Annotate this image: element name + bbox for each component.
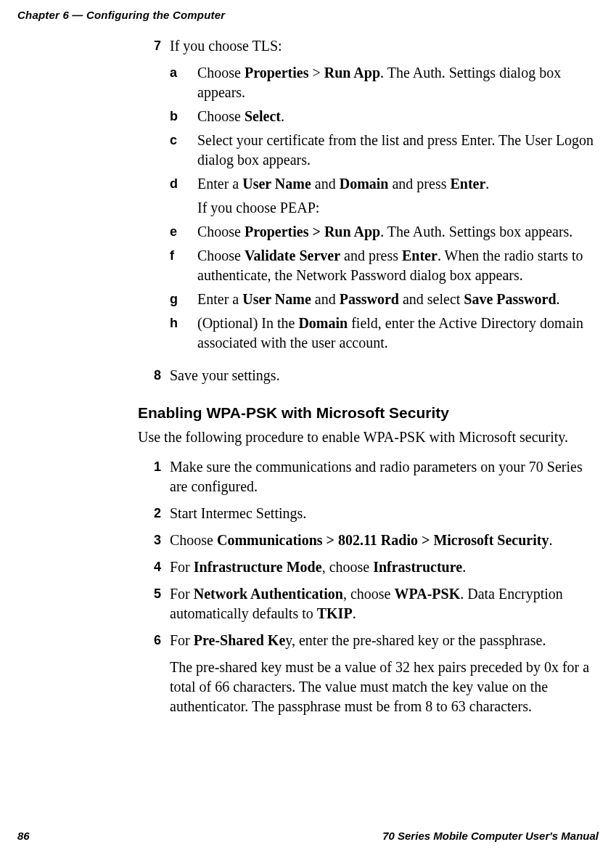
step-number: 7 (138, 36, 170, 56)
substep-letter: e (170, 222, 197, 242)
substep-d: d Enter a User Name and Domain and press… (170, 174, 594, 194)
substep-text: Select your certificate from the list an… (197, 131, 594, 170)
page-content: 7 If you choose TLS: a Choose Properties… (138, 36, 594, 734)
substep-g: g Enter a User Name and Password and sel… (170, 290, 594, 309)
t: Enter a (197, 176, 242, 192)
substep-letter: a (170, 63, 197, 83)
substep-letter: b (170, 107, 197, 126)
bold: Infrastructure Mode (194, 559, 322, 575)
substep-letter: g (170, 290, 197, 309)
substep-letter: h (170, 314, 197, 333)
t: and press (388, 176, 450, 192)
bold: Save Password (464, 291, 556, 307)
t: and (311, 291, 340, 307)
t: For (170, 632, 194, 648)
manual-title: 70 Series Mobile Computer User's Manual (382, 830, 599, 842)
section-intro: Use the following procedure to enable WP… (138, 428, 594, 447)
substep-text: Enter a User Name and Domain and press E… (197, 174, 594, 194)
t: . (281, 108, 284, 124)
wpa-step-1: 1 Make sure the communications and radio… (138, 457, 594, 496)
wpa-step-3: 3 Choose Communications > 802.11 Radio >… (138, 531, 594, 550)
substep-h: h (Optional) In the Domain field, enter … (170, 314, 594, 353)
t: Choose (197, 224, 245, 240)
step-8: 8 Save your settings. (138, 366, 594, 385)
bold: Password (340, 291, 399, 307)
step-text: For Network Authentication, choose WPA-P… (170, 584, 594, 623)
step-number: 5 (138, 584, 170, 604)
bold: Infrastructure (373, 559, 462, 575)
substep-letter: f (170, 246, 197, 266)
t: For (170, 559, 194, 575)
bold: Properties > Run App (245, 224, 380, 240)
substep-text: Choose Select. (197, 107, 594, 126)
step-number: 8 (138, 366, 170, 385)
t: . (462, 559, 466, 575)
step-text: If you choose TLS: (170, 36, 594, 56)
t: . The Auth. Settings box appears. (380, 224, 572, 240)
t: Choose (197, 248, 245, 263)
step-number: 2 (138, 504, 170, 523)
t: . (485, 176, 489, 192)
step-number: 3 (138, 531, 170, 550)
t: and select (399, 291, 464, 307)
step-text: For Pre-Shared Key, enter the pre-shared… (170, 631, 594, 727)
running-header: Chapter 6 — Configuring the Computer (17, 9, 225, 21)
page-number: 86 (17, 830, 30, 842)
wpa-step-4: 4 For Infrastructure Mode, choose Infras… (138, 557, 594, 577)
substep-b: b Choose Select. (170, 107, 594, 126)
bold: WPA-PSK (394, 586, 460, 602)
t: Enter a (197, 291, 242, 307)
t: For (170, 586, 194, 602)
substep-letter: d (170, 174, 197, 194)
substep-a: a Choose Properties > Run App. The Auth.… (170, 63, 594, 102)
t: (Optional) In the (197, 315, 298, 331)
bold: User Name (242, 291, 311, 307)
t: Choose (197, 65, 245, 81)
t: , choose (343, 586, 395, 602)
section-heading: Enabling WPA-PSK with Microsoft Security (138, 404, 594, 422)
wpa-step-6: 6 For Pre-Shared Key, enter the pre-shar… (138, 631, 594, 727)
substep-text: (Optional) In the Domain field, enter th… (197, 314, 594, 353)
t: and (311, 176, 340, 192)
bold: Enter (402, 248, 438, 263)
substep-c: c Select your certificate from the list … (170, 131, 594, 170)
substep-letter: c (170, 131, 197, 150)
t: and press (340, 248, 402, 263)
t: . (549, 532, 552, 548)
step-text: Start Intermec Settings. (170, 504, 594, 523)
step-number: 4 (138, 557, 170, 577)
step-number: 6 (138, 631, 170, 650)
step-7: 7 If you choose TLS: (138, 36, 594, 56)
step-text: Save your settings. (170, 366, 594, 385)
t: Choose (197, 108, 245, 124)
wpa-step-2: 2 Start Intermec Settings. (138, 504, 594, 523)
bold: Domain (340, 176, 389, 192)
step-text: Choose Communications > 802.11 Radio > M… (170, 531, 594, 550)
wpa-step-5: 5 For Network Authentication, choose WPA… (138, 584, 594, 623)
bold: Domain (298, 315, 348, 331)
peap-note: If you choose PEAP: (197, 198, 594, 218)
bold: Enter (450, 176, 485, 192)
bold: Select (245, 108, 281, 124)
t: , choose (322, 559, 374, 575)
bold: Properties (245, 65, 309, 81)
t: Choose (170, 532, 217, 548)
wpa-step-6-paragraph: The pre-shared key must be a value of 32… (170, 658, 594, 716)
page-footer: 86 70 Series Mobile Computer User's Manu… (17, 830, 599, 842)
bold: User Name (242, 176, 311, 192)
bold: Validate Server (245, 248, 340, 263)
bold: TKIP (317, 605, 353, 621)
t: . (557, 291, 560, 307)
bold: Communications > 802.11 Radio > Microsof… (217, 532, 549, 548)
substep-text: Choose Properties > Run App. The Auth. S… (197, 222, 594, 242)
t: . (353, 605, 356, 621)
bold: Run App (324, 65, 380, 81)
page: Chapter 6 — Configuring the Computer 7 I… (0, 0, 616, 855)
substep-text: Enter a User Name and Password and selec… (197, 290, 594, 309)
bold: Network Authentication (194, 586, 343, 602)
step-number: 1 (138, 457, 170, 477)
step-text: For Infrastructure Mode, choose Infrastr… (170, 557, 594, 577)
bold: Pre-Shared Ke (194, 632, 285, 648)
t: y, enter the pre-shared key or the passp… (285, 632, 546, 648)
substep-text: Choose Validate Server and press Enter. … (197, 246, 594, 285)
